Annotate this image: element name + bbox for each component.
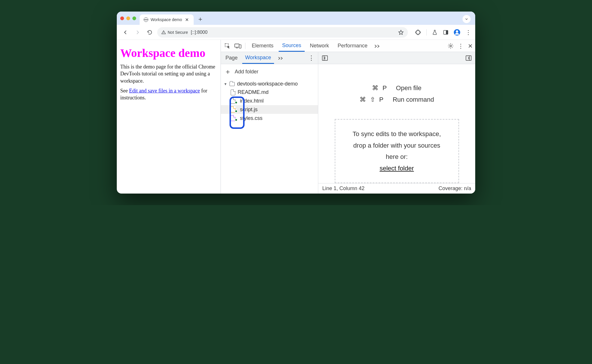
plus-icon: ＋ — [224, 67, 231, 76]
window-controls — [120, 16, 136, 20]
browser-toolbar: Not Secure [::]:8000 ⋮ — [117, 25, 475, 40]
bookmark-button[interactable] — [398, 29, 404, 35]
warning-icon — [161, 30, 166, 35]
sync-dot-icon — [235, 101, 238, 104]
settings-button[interactable] — [447, 43, 454, 49]
select-folder-link[interactable]: select folder — [380, 165, 414, 172]
navigator-menu-button[interactable]: ⋮ — [306, 57, 316, 60]
security-indicator[interactable]: Not Secure — [161, 30, 188, 35]
cursor-position: Line 1, Column 42 — [322, 185, 365, 192]
new-tab-button[interactable]: ＋ — [197, 15, 204, 23]
folder-icon — [230, 82, 235, 86]
kbd-run-command: ⌘ ⇧ P — [360, 96, 385, 103]
more-tabs-button[interactable] — [373, 42, 381, 50]
caret-down-icon: ▼ — [224, 82, 227, 86]
editor-pane: ⌘ P Open file ⌘ ⇧ P Run command To sync … — [318, 52, 475, 194]
editor-placeholder: ⌘ P Open file ⌘ ⇧ P Run command To sync … — [318, 64, 475, 183]
add-folder-button[interactable]: ＋ Add folder — [221, 64, 318, 79]
inspect-element-button[interactable] — [223, 42, 232, 50]
navtab-workspace[interactable]: Workspace — [242, 52, 274, 64]
svg-rect-3 — [446, 30, 448, 34]
gear-icon — [447, 43, 454, 49]
tutorial-link[interactable]: Edit and save files in a workspace — [129, 88, 200, 94]
page-heading: Workspace demo — [120, 46, 216, 60]
svg-rect-11 — [466, 55, 471, 60]
device-toolbar-button[interactable] — [234, 42, 242, 50]
svg-rect-9 — [322, 55, 328, 60]
file-icon — [231, 90, 235, 95]
drop-zone[interactable]: To sync edits to the workspace, drop a f… — [335, 119, 459, 183]
address-bar[interactable]: Not Secure [::]:8000 — [157, 27, 408, 38]
more-nav-tabs[interactable] — [276, 56, 285, 60]
svg-rect-7 — [239, 44, 241, 48]
file-tree: ▼ devtools-workspace-demo README.md inde… — [221, 79, 318, 125]
sync-dot-icon — [235, 110, 238, 113]
chrome-menu-button[interactable]: ⋮ — [465, 31, 471, 34]
forward-button[interactable] — [133, 28, 142, 37]
url-text: [::]:8000 — [191, 30, 208, 35]
devtools-tabbar: Elements Sources Network Performance ⋮ — [221, 40, 475, 52]
kbd-open-file: ⌘ P — [372, 84, 388, 92]
tab-network[interactable]: Network — [306, 40, 332, 52]
coverage-status: Coverage: n/a — [439, 185, 471, 192]
page-content: Workspace demo This is the demo page for… — [117, 40, 221, 194]
tab-sources[interactable]: Sources — [279, 40, 305, 52]
close-devtools-button[interactable] — [468, 43, 473, 49]
tab-elements[interactable]: Elements — [248, 40, 277, 52]
tab-title: Workspace demo — [151, 17, 182, 22]
svg-point-8 — [450, 45, 452, 47]
page-paragraph-2: See Edit and save files in a workspace f… — [120, 87, 216, 101]
toggle-navigator-button[interactable] — [321, 54, 329, 62]
window-minimize[interactable] — [126, 16, 130, 20]
security-label: Not Secure — [168, 30, 188, 35]
tab-performance[interactable]: Performance — [334, 40, 371, 52]
tree-file-script[interactable]: script.js — [221, 105, 318, 114]
svg-rect-5 — [235, 44, 239, 47]
devtools-panel: Elements Sources Network Performance ⋮ — [221, 40, 475, 194]
labs-button[interactable] — [432, 29, 438, 36]
window-maximize[interactable] — [132, 16, 136, 20]
devtools-menu-button[interactable]: ⋮ — [458, 44, 464, 47]
hint-open-file: Open file — [396, 84, 421, 92]
hint-run-command: Run command — [393, 96, 434, 103]
tree-file-styles[interactable]: styles.css — [221, 114, 318, 122]
side-panel-button[interactable] — [443, 29, 449, 35]
tab-strip: Workspace demo ✕ ＋ — [117, 12, 475, 25]
navigator-pane: Page Workspace ⋮ ＋ Add folder — [221, 52, 318, 194]
extensions-button[interactable] — [415, 29, 421, 36]
window-close[interactable] — [120, 16, 124, 20]
tree-file-readme[interactable]: README.md — [221, 88, 318, 96]
tab-search-button[interactable] — [462, 15, 471, 23]
svg-point-1 — [163, 33, 164, 33]
tree-folder-root[interactable]: ▼ devtools-workspace-demo — [221, 80, 318, 88]
profile-avatar[interactable] — [454, 29, 460, 36]
toggle-debugger-button[interactable] — [465, 54, 472, 62]
navtab-page[interactable]: Page — [223, 52, 240, 64]
tree-file-index[interactable]: index.html — [221, 96, 318, 105]
back-button[interactable] — [121, 28, 130, 37]
browser-tab[interactable]: Workspace demo ✕ — [140, 14, 194, 25]
browser-window: Workspace demo ✕ ＋ Not Secure [::]:8000 — [117, 12, 475, 194]
divider — [426, 29, 427, 36]
tab-close-button[interactable]: ✕ — [184, 17, 190, 22]
status-bar: Line 1, Column 42 Coverage: n/a — [318, 183, 475, 194]
page-paragraph-1: This is the demo page for the official C… — [120, 63, 216, 84]
sync-dot-icon — [235, 118, 238, 121]
reload-button[interactable] — [145, 28, 154, 37]
globe-icon — [144, 17, 148, 22]
